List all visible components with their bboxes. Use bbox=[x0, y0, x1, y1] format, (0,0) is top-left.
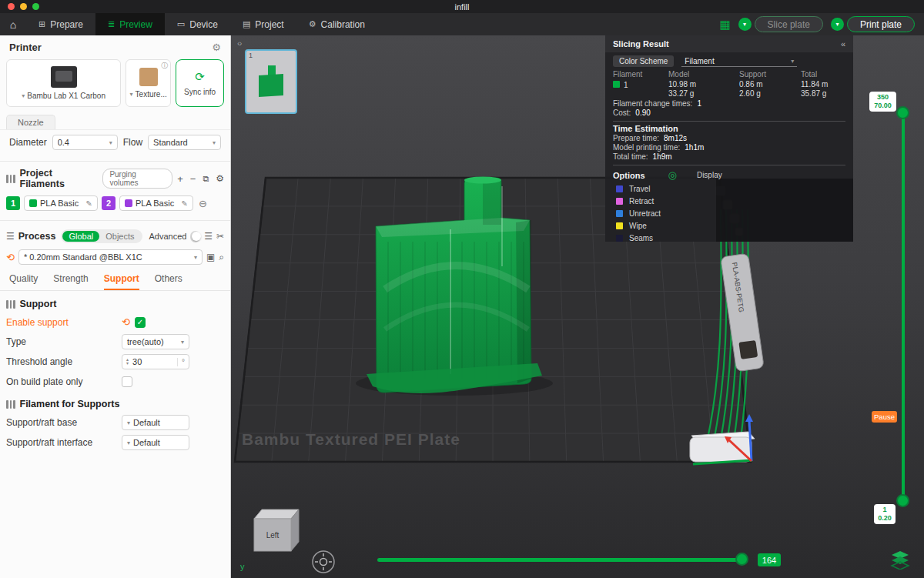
flow-select[interactable]: Standard ▾ bbox=[148, 135, 221, 150]
pause-marker-button[interactable]: Pause bbox=[872, 411, 897, 423]
reset-value-icon[interactable]: ⟲ bbox=[122, 316, 130, 328]
printer-card[interactable]: ▾Bambu Lab X1 Carbon bbox=[6, 59, 121, 107]
purging-volumes-button[interactable]: Purging volumes bbox=[102, 169, 172, 189]
legend-item-retract[interactable]: Retract bbox=[605, 195, 853, 207]
diameter-select[interactable]: 0.4 ▾ bbox=[52, 135, 118, 150]
on-build-plate-only-checkbox[interactable] bbox=[122, 376, 132, 387]
legend-item-unretract[interactable]: Unretract bbox=[605, 207, 853, 219]
auxiliary-object[interactable] bbox=[690, 432, 755, 462]
filament-for-supports-icon bbox=[6, 400, 15, 409]
chevron-down-icon: ▾ bbox=[130, 91, 133, 98]
prepare-time-value: 8m12s bbox=[664, 134, 687, 142]
filament-1-select[interactable]: PLA Basic ✎ bbox=[24, 195, 98, 211]
search-icon[interactable]: ⌕ bbox=[219, 252, 224, 262]
print-plate-button[interactable]: Print plate bbox=[847, 16, 915, 32]
parameter-list-icon[interactable]: ☰ bbox=[204, 231, 213, 242]
color-scheme-select[interactable]: Filament ▾ bbox=[681, 56, 797, 67]
home-icon: ⌂ bbox=[10, 18, 16, 31]
scope-objects[interactable]: Objects bbox=[99, 231, 140, 242]
printer-section-title: Printer bbox=[9, 42, 42, 53]
tab-device[interactable]: ▭ Device bbox=[165, 13, 230, 35]
add-filament-button[interactable]: + bbox=[177, 173, 183, 185]
tab-prepare[interactable]: ⊞ Prepare bbox=[26, 13, 95, 35]
threshold-angle-unit: ° bbox=[177, 358, 185, 366]
spin-down-icon[interactable]: ▾ bbox=[126, 362, 129, 366]
filament-spool-icon: ◎ bbox=[668, 169, 677, 181]
table-row: 1 10.98 m 33.27 g 0.86 m 2.60 g 11.84 m … bbox=[605, 79, 853, 99]
plates-icon[interactable]: ▦ bbox=[719, 18, 730, 32]
plate-thumbnail[interactable]: 1 bbox=[245, 49, 297, 114]
filament-settings-gear-icon[interactable]: ⚙ bbox=[216, 173, 224, 184]
slice-options-chevron-icon[interactable]: ▾ bbox=[738, 18, 752, 31]
support-raft-interface-value: Default bbox=[133, 438, 184, 447]
legend-item-seams[interactable]: Seams bbox=[605, 232, 853, 242]
model-printing-time-label: Model printing time: bbox=[613, 143, 680, 152]
filament-1-swatch: 1 bbox=[6, 196, 20, 210]
collapse-panel-icon[interactable]: « bbox=[841, 39, 845, 48]
diameter-value: 0.4 bbox=[58, 138, 106, 147]
tab-strength[interactable]: Strength bbox=[53, 273, 88, 290]
flush-options-icon[interactable]: ⊖ bbox=[199, 198, 207, 209]
layer-top-number: 350 bbox=[877, 93, 889, 102]
info-icon[interactable]: ⓘ bbox=[161, 61, 168, 71]
support-raft-interface-label: Support/raft interface bbox=[6, 437, 122, 448]
process-section-title: Process bbox=[18, 231, 56, 242]
support-length: 0.86 m bbox=[739, 80, 801, 89]
filaments-section-title: Project Filaments bbox=[20, 168, 99, 189]
edit-filament-icon[interactable]: ✎ bbox=[182, 199, 188, 208]
home-button[interactable]: ⌂ bbox=[0, 13, 26, 35]
scissors-icon[interactable]: ✂ bbox=[216, 231, 224, 242]
layer-range-slider[interactable] bbox=[902, 112, 905, 499]
model-weight: 33.27 g bbox=[668, 89, 739, 99]
preset-modified-icon[interactable]: ⟲ bbox=[6, 252, 15, 263]
support-type-select[interactable]: tree(auto) ▾ bbox=[122, 334, 189, 349]
view-cube[interactable]: Left bbox=[254, 510, 299, 551]
legend-label: Retract bbox=[629, 197, 654, 205]
tab-others[interactable]: Others bbox=[155, 273, 182, 290]
tab-support[interactable]: Support bbox=[104, 273, 139, 290]
tab-preview[interactable]: ≣ Preview bbox=[95, 13, 165, 35]
progress-slider-handle[interactable] bbox=[735, 553, 748, 566]
support-section-icon bbox=[6, 300, 15, 309]
orbit-center-button[interactable] bbox=[313, 551, 334, 573]
filament-color-swatch bbox=[613, 81, 620, 88]
nozzle-tab[interactable]: Nozzle bbox=[6, 115, 55, 129]
layer-slider-bottom-handle[interactable] bbox=[896, 494, 909, 507]
close-window-button[interactable] bbox=[8, 3, 15, 10]
prepare-time-label: Prepare time: bbox=[613, 134, 659, 142]
plate-texture-image bbox=[139, 68, 158, 86]
chevron-down-icon: ▾ bbox=[22, 92, 25, 99]
process-scope-toggle[interactable]: Global Objects bbox=[61, 229, 142, 243]
minimize-window-button[interactable] bbox=[20, 3, 27, 10]
slice-plate-button[interactable]: Slice plate bbox=[755, 16, 823, 32]
layer-top-height: 70.00 bbox=[874, 102, 892, 110]
support-raft-interface-select[interactable]: ▾ Default bbox=[122, 435, 189, 450]
tab-calibration[interactable]: ⚙ Calibration bbox=[296, 13, 377, 35]
edit-filament-icon[interactable]: ✎ bbox=[86, 199, 92, 208]
tab-quality[interactable]: Quality bbox=[9, 273, 38, 290]
maximize-window-button[interactable] bbox=[32, 3, 39, 10]
filament-2-select[interactable]: PLA Basic ✎ bbox=[119, 195, 193, 211]
save-preset-icon[interactable]: ▣ bbox=[206, 252, 215, 262]
print-progress-slider[interactable] bbox=[377, 558, 745, 562]
enable-support-checkbox[interactable]: ✓ bbox=[135, 317, 146, 328]
collapse-sidebar-icon[interactable]: ‹› bbox=[237, 38, 241, 48]
options-title: Options bbox=[613, 171, 645, 180]
legend-item-travel[interactable]: Travel bbox=[605, 182, 853, 195]
threshold-angle-stepper[interactable]: ▴ ▾ 30 ° bbox=[122, 354, 189, 369]
tab-label: Calibration bbox=[321, 19, 365, 30]
advanced-toggle[interactable] bbox=[190, 231, 200, 242]
legend-item-wipe[interactable]: Wipe bbox=[605, 219, 853, 232]
printer-settings-gear-icon[interactable]: ⚙ bbox=[212, 42, 221, 53]
scope-global[interactable]: Global bbox=[62, 231, 99, 242]
sync-filament-list-icon[interactable]: ⧉ bbox=[203, 174, 209, 184]
print-options-chevron-icon[interactable]: ▾ bbox=[831, 18, 844, 31]
remove-filament-button[interactable]: − bbox=[190, 173, 196, 185]
process-preset-select[interactable]: * 0.20mm Standard @BBL X1C ▾ bbox=[18, 249, 203, 265]
support-raft-base-select[interactable]: ▾ Default bbox=[122, 415, 189, 430]
plate-type-card[interactable]: ⓘ ▾Texture... bbox=[126, 59, 171, 107]
layers-view-button[interactable] bbox=[889, 548, 912, 571]
sync-info-button[interactable]: ⟳ Sync info bbox=[176, 59, 224, 107]
layer-slider-top-handle[interactable] bbox=[896, 106, 909, 119]
tab-project[interactable]: ▤ Project bbox=[230, 13, 296, 35]
